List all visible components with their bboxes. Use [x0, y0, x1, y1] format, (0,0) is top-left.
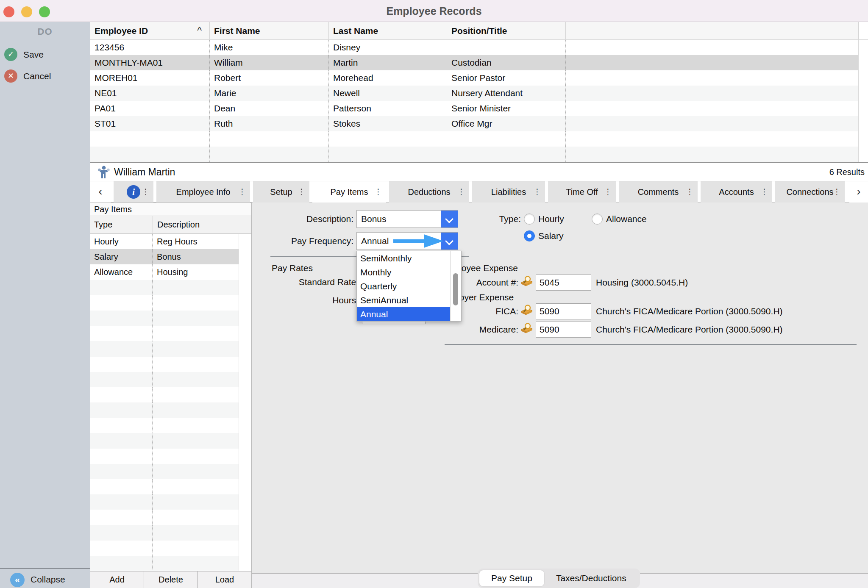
- tab-accounts[interactable]: Accounts⋮: [701, 181, 772, 202]
- pay-items-scrollbar-track[interactable]: [239, 234, 251, 249]
- description-dropdown-icon[interactable]: [441, 211, 458, 227]
- tab-overflow-icon[interactable]: ⋮: [298, 181, 306, 202]
- fica-lookup-icon[interactable]: [520, 304, 533, 315]
- selected-record-bar: William Martin 6 Results: [90, 163, 868, 181]
- pay-item-row[interactable]: SalaryBonus: [90, 249, 251, 264]
- employee-row[interactable]: PA01DeanPattersonSenior Minister: [90, 101, 868, 116]
- tab-comments[interactable]: Comments⋮: [619, 181, 698, 202]
- tab-overflow-icon[interactable]: ⋮: [760, 181, 768, 202]
- cell: Marie: [210, 86, 329, 101]
- bottom-tab-pay-setup[interactable]: Pay Setup: [479, 570, 544, 586]
- pay-items-scrollbar-track[interactable]: [239, 525, 251, 541]
- employee-row[interactable]: 123456MikeDisney: [90, 40, 868, 55]
- medicare-lookup-icon[interactable]: [520, 322, 533, 333]
- dropdown-option-semimonthly[interactable]: SemiMonthly: [357, 251, 450, 265]
- employee-row[interactable]: MONTHLY-MA01WilliamMartinCustodian: [90, 55, 868, 70]
- column-header-first-name[interactable]: First Name: [210, 22, 329, 39]
- account-lookup-icon[interactable]: [520, 275, 533, 286]
- pay-item-description: [153, 479, 239, 494]
- pay-items-scrollbar-track[interactable]: [239, 249, 251, 264]
- pay-items-scrollbar[interactable]: [239, 216, 251, 233]
- pay-items-scrollbar-track[interactable]: [239, 464, 251, 479]
- dropdown-option-quarterly[interactable]: Quarterly: [357, 279, 450, 293]
- employee-row[interactable]: NE01MarieNewellNursery Attendant: [90, 86, 868, 101]
- tab-overflow-icon[interactable]: ⋮: [142, 181, 150, 202]
- employee-table: Employee ID^First NameLast NamePosition/…: [90, 22, 868, 163]
- tab-overflow-icon[interactable]: ⋮: [604, 181, 612, 202]
- employee-row[interactable]: MOREH01RobertMoreheadSenior Pastor: [90, 70, 868, 86]
- column-header-position-title[interactable]: Position/Title: [447, 22, 566, 39]
- tab-setup[interactable]: Setup⋮: [253, 181, 309, 202]
- tab-liabilities[interactable]: Liabilities⋮: [472, 181, 545, 202]
- tab-overflow-icon[interactable]: ⋮: [457, 181, 465, 202]
- tab-employee-info[interactable]: Employee Info⋮: [156, 181, 250, 202]
- account-number-input[interactable]: [536, 275, 591, 291]
- fica-account-input[interactable]: [536, 303, 591, 319]
- cancel-button[interactable]: ✕ Cancel: [0, 69, 90, 83]
- tabs-scroll-right-icon[interactable]: ›: [849, 181, 868, 202]
- tab-overflow-icon[interactable]: ⋮: [686, 181, 694, 202]
- tab-overflow-icon[interactable]: ⋮: [374, 181, 382, 202]
- pay-items-scrollbar-track[interactable]: [239, 311, 251, 326]
- pay-items-scrollbar-track[interactable]: [239, 372, 251, 387]
- description-combobox[interactable]: Bonus: [356, 210, 458, 228]
- cell: [447, 147, 566, 162]
- pay-items-scrollbar-track[interactable]: [239, 541, 251, 556]
- cancel-x-icon: ✕: [4, 69, 17, 83]
- dropdown-scrollbar[interactable]: [450, 251, 461, 321]
- hours-label: Hours:: [252, 295, 359, 305]
- pay-items-scrollbar-track[interactable]: [239, 357, 251, 372]
- tab-deductions[interactable]: Deductions⋮: [389, 181, 469, 202]
- pay-items-scrollbar-track[interactable]: [239, 449, 251, 464]
- pay-item-row[interactable]: AllowanceHousing: [90, 264, 251, 280]
- tab-connections[interactable]: Connections⋮: [775, 181, 845, 202]
- pay-items-scrollbar-track[interactable]: [239, 387, 251, 402]
- tab-overflow-icon[interactable]: ⋮: [238, 181, 246, 202]
- column-header-employee-id[interactable]: Employee ID^: [90, 22, 210, 39]
- description-value: Bonus: [361, 211, 387, 227]
- type-radio-allowance[interactable]: [592, 214, 603, 225]
- cell: Senior Pastor: [447, 70, 566, 86]
- tab-info[interactable]: i ⋮: [114, 181, 153, 202]
- add-button[interactable]: Add: [90, 571, 144, 588]
- bottom-tab-taxes-deductions[interactable]: Taxes/Deductions: [544, 570, 638, 586]
- employee-table-header[interactable]: Employee ID^First NameLast NamePosition/…: [90, 22, 868, 40]
- tabs-scroll-left-icon[interactable]: ‹: [90, 181, 111, 202]
- pay-items-scrollbar-track[interactable]: [239, 295, 251, 311]
- pay-items-scrollbar-track[interactable]: [239, 264, 251, 280]
- pay-items-scrollbar-track[interactable]: [239, 556, 251, 571]
- pay-items-scrollbar-track[interactable]: [239, 418, 251, 433]
- save-button[interactable]: ✓ Save: [0, 48, 90, 61]
- pay-item-row[interactable]: HourlyReg Hours: [90, 234, 251, 249]
- tab-pay-items[interactable]: Pay Items⋮: [312, 181, 386, 202]
- tab-overflow-icon[interactable]: ⋮: [533, 181, 541, 202]
- column-header-last-name[interactable]: Last Name: [329, 22, 447, 39]
- medicare-account-input[interactable]: [536, 322, 591, 338]
- type-radio-hourly[interactable]: [524, 214, 535, 225]
- tab-time-off[interactable]: Time Off⋮: [548, 181, 616, 202]
- dropdown-option-monthly[interactable]: Monthly: [357, 265, 450, 279]
- pay-item-row: [90, 402, 251, 418]
- pay-items-scrollbar-track[interactable]: [239, 433, 251, 448]
- dropdown-option-annual[interactable]: Annual: [357, 307, 450, 321]
- column-header-extra[interactable]: [566, 22, 859, 39]
- load-button[interactable]: Load: [198, 571, 251, 588]
- pay-item-row: [90, 387, 251, 402]
- pay-items-scrollbar-track[interactable]: [239, 280, 251, 295]
- pay-items-scrollbar-track[interactable]: [239, 479, 251, 494]
- pay-items-scrollbar-track[interactable]: [239, 510, 251, 525]
- pay-items-scrollbar-track[interactable]: [239, 341, 251, 356]
- collapse-sidebar-button[interactable]: « Collapse: [0, 573, 90, 586]
- pay-items-scrollbar-track[interactable]: [239, 326, 251, 341]
- delete-button[interactable]: Delete: [144, 571, 198, 588]
- pay-frequency-label: Pay Frequency:: [252, 232, 353, 250]
- type-radio-salary[interactable]: [524, 230, 535, 241]
- pay-items-scrollbar-track[interactable]: [239, 402, 251, 418]
- dropdown-scrollbar-thumb[interactable]: [453, 273, 458, 305]
- pay-item-description: [153, 510, 239, 525]
- pay-item-row: [90, 357, 251, 372]
- tab-overflow-icon[interactable]: ⋮: [833, 181, 841, 202]
- dropdown-option-semiannual[interactable]: SemiAnnual: [357, 293, 450, 307]
- pay-items-scrollbar-track[interactable]: [239, 494, 251, 510]
- employee-row[interactable]: ST01RuthStokesOffice Mgr: [90, 116, 868, 131]
